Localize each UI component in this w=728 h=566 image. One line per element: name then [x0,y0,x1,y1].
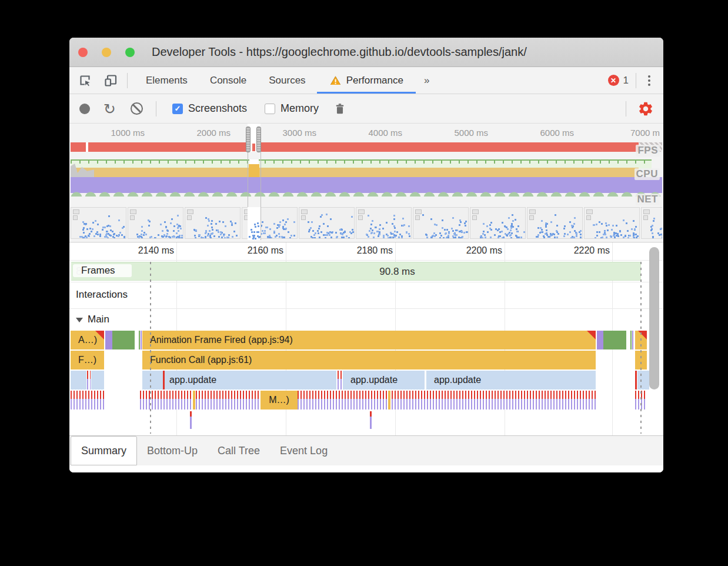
detail-ruler-label: 2180 ms [342,245,393,256]
divider [156,101,156,116]
flame-micro-tasks[interactable] [71,391,104,409]
overview-long-frames-bar [71,142,662,152]
flame-micro-tasks[interactable] [87,371,91,389]
flame-micro-tasks[interactable] [298,391,596,409]
screenshot-filmstrip [71,207,662,240]
frames-track-label: Frames [73,264,132,277]
vertical-scrollbar[interactable] [649,247,659,389]
selection-filmstrip-frame[interactable] [248,207,261,240]
tab-console[interactable]: Console [199,67,258,94]
trash-icon[interactable] [333,102,346,116]
flame-bar-green[interactable] [603,331,626,349]
more-tabs-chevron[interactable]: » [416,75,438,86]
divider [636,73,636,88]
flame-bar-anim-short[interactable]: A…) [71,331,104,349]
flame-bar-blue[interactable] [637,371,649,389]
interactions-track-label: Interactions [76,289,128,301]
screenshot-thumbnail[interactable] [71,207,126,239]
selection-cpu-bump [249,164,259,177]
flame-micro-tasks[interactable] [338,371,342,389]
reload-and-profile-icon[interactable]: ↻ [103,103,116,115]
flame-bar-func-short[interactable]: F…) [71,351,104,369]
flame-bar-minor[interactable]: M…) [261,391,298,409]
selection-range-end-line [640,262,642,434]
detail-ruler-label: 2220 ms [559,245,610,256]
clear-recording-icon[interactable] [131,102,143,115]
device-toolbar-icon[interactable] [102,72,120,89]
overview-ruler-label: 5000 ms [441,128,488,138]
frame-duration-value: 90.8 ms [152,262,643,281]
detail-ruler-label: 2140 ms [123,245,174,256]
main-track-header[interactable]: Main [76,314,109,325]
detail-ruler-label: 2160 ms [233,245,283,256]
screenshot-thumbnail[interactable] [413,207,469,239]
selection-left-handle[interactable] [246,126,251,152]
overview-ruler-label: 4000 ms [355,128,402,138]
overview-frame-gap [86,142,88,152]
tab-performance-label: Performance [346,75,403,86]
flame-bar-blue[interactable] [91,371,104,389]
flame-mark[interactable] [370,411,372,429]
divider [626,101,626,116]
tab-call-tree[interactable]: Call Tree [208,436,270,465]
overview-ruler-label: 1000 ms [98,128,145,138]
memory-label[interactable]: Memory [280,102,319,115]
selection-right-handle[interactable] [256,126,261,152]
timeline-overview[interactable]: 1000 ms2000 ms3000 ms4000 ms5000 ms6000 … [69,124,663,241]
flame-bar-function-call[interactable]: Function Call (app.js:61) [142,351,596,369]
flame-chart-pane[interactable]: 2140 ms2160 ms2180 ms2200 ms2220 ms 8 Fr… [69,242,663,435]
tab-bottom-up[interactable]: Bottom-Up [137,436,208,465]
cpu-chart-scripting [71,168,639,177]
overview-ruler-label: 3000 ms [269,128,316,138]
tab-performance[interactable]: Performance [317,67,416,94]
screenshots-checkbox[interactable]: ✓ [172,104,183,114]
screenshot-thumbnail[interactable] [128,207,183,239]
inspect-element-icon[interactable] [76,72,94,89]
screenshot-thumbnail[interactable] [299,207,355,239]
screenshot-thumbnail[interactable] [641,207,662,239]
close-window-button[interactable] [78,48,88,57]
settings-gear-icon[interactable] [619,101,654,117]
tab-summary[interactable]: Summary [71,436,137,465]
bottom-strip [69,465,663,472]
overview-ruler-label: 7000 m [613,128,660,138]
screenshot-thumbnail[interactable] [185,207,241,239]
kebab-menu-icon[interactable] [643,73,655,88]
tab-sources[interactable]: Sources [258,67,316,94]
flame-bar-animation-frame-fired[interactable]: Animation Frame Fired (app.js:94) [142,331,596,349]
window-title: Developer Tools - https://googlechrome.g… [152,45,527,59]
flame-bar-blue[interactable] [71,371,86,389]
flame-bar-app-update-1[interactable]: app.update [142,371,336,389]
selection-range-start-line [150,262,151,434]
record-button[interactable] [79,104,90,114]
error-badge-icon[interactable]: ✕ [608,75,619,86]
tab-event-log[interactable]: Event Log [270,436,338,465]
devtools-tab-bar: Elements Console Sources Performance » ✕… [69,67,663,94]
flame-bar-app-update-2[interactable]: app.update [343,371,425,389]
screenshot-thumbnail[interactable] [527,207,583,239]
memory-checkbox[interactable] [265,104,275,114]
flame-mark[interactable] [190,411,192,429]
flame-bar-green[interactable] [112,331,135,349]
selection-right-guide [261,142,261,240]
fps-chip-label: FPS [636,145,660,157]
screenshot-thumbnail[interactable] [584,207,640,239]
zoom-window-button[interactable] [125,48,135,57]
screenshot-thumbnail[interactable] [356,207,412,239]
traffic-lights [78,48,135,57]
detail-ruler-label: 2200 ms [452,245,502,256]
minimize-window-button[interactable] [102,48,111,57]
frames-track-band[interactable]: 8 Frames 90.8 ms [71,262,641,281]
performance-toolbar: ↻ ✓ Screenshots Memory [69,94,663,124]
cpu-chart-painting [71,191,662,197]
tab-elements[interactable]: Elements [135,67,199,94]
main-track-label: Main [88,314,109,325]
cpu-chip-label: CPU [635,168,660,180]
flame-micro-tasks[interactable] [140,391,261,409]
screenshots-label[interactable]: Screenshots [188,102,247,115]
screenshot-thumbnail[interactable] [470,207,526,239]
overview-ruler-label: 2000 ms [183,128,231,138]
flame-bar-app-update-3[interactable]: app.update [426,371,596,389]
title-bar: Developer Tools - https://googlechrome.g… [69,38,663,67]
overview-ruler-label: 6000 ms [527,128,574,138]
